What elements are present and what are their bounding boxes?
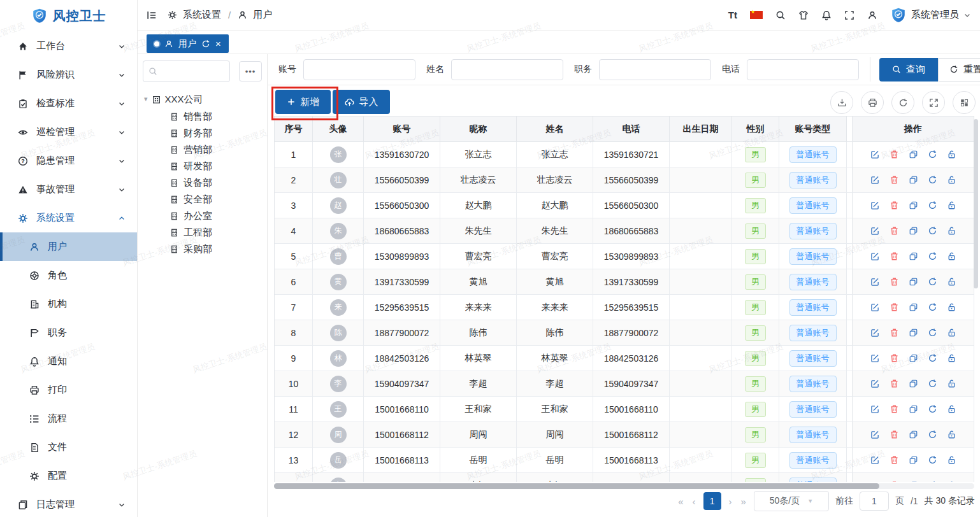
collapse-sidebar-icon[interactable] <box>147 10 157 20</box>
tree-caret-icon[interactable]: ▾ <box>144 95 148 103</box>
edit-icon[interactable] <box>870 150 880 159</box>
tree-item-department[interactable]: 工程部 <box>143 224 262 241</box>
trash-icon[interactable] <box>890 277 899 287</box>
tree-item-department[interactable]: 财务部 <box>143 125 262 141</box>
goto-page-input[interactable] <box>860 492 889 511</box>
edit-icon[interactable] <box>870 455 880 465</box>
reset-icon[interactable] <box>928 481 937 482</box>
tree-item-department[interactable]: 销售部 <box>143 108 262 125</box>
copy-icon[interactable] <box>909 328 918 337</box>
sidebar-item-logs[interactable]: 日志管理 <box>0 490 137 517</box>
vertical-scrollbar[interactable] <box>974 119 978 288</box>
reset-icon[interactable] <box>928 379 937 388</box>
sidebar-item-flow[interactable]: 流程 <box>0 404 137 433</box>
sidebar-item-home[interactable]: 工作台 <box>0 32 137 60</box>
query-button[interactable]: 查询 <box>879 58 938 81</box>
reset-icon[interactable] <box>928 328 937 337</box>
profile-icon[interactable] <box>867 10 877 20</box>
current-user-menu[interactable]: 系统管理员 <box>890 7 971 24</box>
last-page-button[interactable]: » <box>740 496 747 507</box>
tree-root-company[interactable]: ▾ XXX公司 <box>143 91 262 108</box>
reset-icon[interactable] <box>928 302 937 312</box>
copy-icon[interactable] <box>909 251 918 261</box>
tree-item-department[interactable]: 营销部 <box>143 141 262 158</box>
reset-icon[interactable] <box>928 455 937 465</box>
edit-icon[interactable] <box>870 404 880 414</box>
unlock-icon[interactable] <box>947 201 956 210</box>
filter-phone-input[interactable] <box>747 59 859 80</box>
copy-icon[interactable] <box>909 379 918 388</box>
tree-item-department[interactable]: 采购部 <box>143 241 262 257</box>
reset-icon[interactable] <box>928 150 937 159</box>
copy-icon[interactable] <box>909 226 918 236</box>
refresh-tab-icon[interactable] <box>201 39 210 48</box>
tree-item-department[interactable]: 办公室 <box>143 208 262 224</box>
reset-icon[interactable] <box>928 251 937 261</box>
add-button[interactable]: 新增 <box>275 90 331 114</box>
unlock-icon[interactable] <box>947 353 956 363</box>
reset-button[interactable]: 重置 <box>938 58 980 81</box>
edit-icon[interactable] <box>870 328 880 337</box>
tree-item-department[interactable]: 设备部 <box>143 174 262 191</box>
unlock-icon[interactable] <box>947 251 956 261</box>
unlock-icon[interactable] <box>947 277 956 287</box>
unlock-icon[interactable] <box>947 379 956 388</box>
global-search-icon[interactable] <box>775 10 786 20</box>
reset-icon[interactable] <box>928 277 937 287</box>
trash-icon[interactable] <box>890 150 899 159</box>
edit-icon[interactable] <box>870 430 880 439</box>
unlock-icon[interactable] <box>947 226 956 236</box>
tab-users[interactable]: 用户 × <box>147 34 229 53</box>
trash-icon[interactable] <box>890 328 899 337</box>
copy-icon[interactable] <box>909 430 918 439</box>
language-flag-icon[interactable] <box>750 11 763 19</box>
copy-icon[interactable] <box>909 175 918 185</box>
edit-icon[interactable] <box>870 481 880 482</box>
copy-icon[interactable] <box>909 481 918 482</box>
sidebar-item-org[interactable]: 机构 <box>0 290 137 318</box>
copy-icon[interactable] <box>909 404 918 414</box>
tree-more-button[interactable]: ••• <box>239 61 262 81</box>
unlock-icon[interactable] <box>947 455 956 465</box>
sidebar-item-printer[interactable]: 打印 <box>0 376 137 404</box>
trash-icon[interactable] <box>890 404 899 414</box>
trash-icon[interactable] <box>890 175 899 185</box>
refresh-button[interactable] <box>891 91 914 114</box>
copy-icon[interactable] <box>909 150 918 159</box>
breadcrumb-section[interactable]: 系统设置 <box>183 9 221 21</box>
trash-icon[interactable] <box>890 226 899 236</box>
copy-icon[interactable] <box>909 277 918 287</box>
edit-icon[interactable] <box>870 277 880 287</box>
edit-icon[interactable] <box>870 251 880 261</box>
sidebar-item-config[interactable]: 配置 <box>0 462 137 490</box>
filter-name-input[interactable] <box>451 59 563 80</box>
sidebar-item-flag[interactable]: 风险辨识 <box>0 60 137 89</box>
unlock-icon[interactable] <box>947 302 956 312</box>
trash-icon[interactable] <box>890 302 899 312</box>
reset-icon[interactable] <box>928 226 937 236</box>
prev-page-button[interactable]: ‹ <box>691 496 697 507</box>
sidebar-item-file[interactable]: 文件 <box>0 433 137 462</box>
unlock-icon[interactable] <box>947 404 956 414</box>
copy-icon[interactable] <box>909 353 918 363</box>
trash-icon[interactable] <box>890 353 899 363</box>
copy-icon[interactable] <box>909 455 918 465</box>
edit-icon[interactable] <box>870 302 880 312</box>
unlock-icon[interactable] <box>947 175 956 185</box>
tree-item-department[interactable]: 研发部 <box>143 158 262 174</box>
notifications-icon[interactable] <box>821 10 832 20</box>
trash-icon[interactable] <box>890 455 899 465</box>
sidebar-item-clipboard[interactable]: 检查标准 <box>0 89 137 118</box>
reset-icon[interactable] <box>928 201 937 210</box>
tree-search-input[interactable] <box>143 60 230 82</box>
unlock-icon[interactable] <box>947 150 956 159</box>
sidebar-item-gear[interactable]: 系统设置 <box>0 204 137 232</box>
tree-item-department[interactable]: 安全部 <box>143 191 262 208</box>
unlock-icon[interactable] <box>947 481 956 482</box>
first-page-button[interactable]: « <box>677 496 684 507</box>
reset-icon[interactable] <box>928 353 937 363</box>
unlock-icon[interactable] <box>947 430 956 439</box>
sidebar-item-warning[interactable]: 事故管理 <box>0 175 137 204</box>
fullscreen-icon[interactable] <box>844 10 854 20</box>
theme-icon[interactable] <box>798 10 809 20</box>
